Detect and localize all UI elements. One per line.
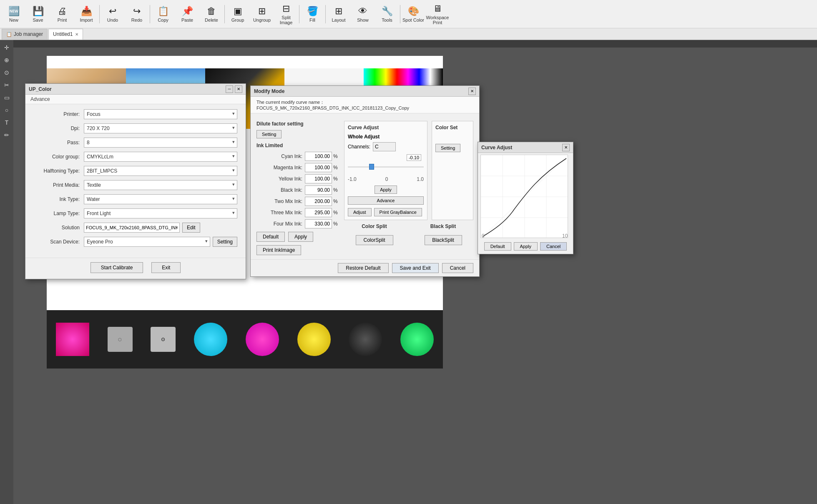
save-icon: 💾 xyxy=(33,6,44,17)
color-group-select-wrapper: CMYKLcLm xyxy=(84,152,237,162)
spot-color-button[interactable]: 🎨 Spot Color xyxy=(401,1,425,27)
redo-button[interactable]: ↪ Redo xyxy=(125,1,149,27)
delete-button[interactable]: 🗑 Delete xyxy=(199,1,224,27)
paste-button[interactable]: 📌 Paste xyxy=(175,1,199,27)
curve-cancel-button[interactable]: Cancel xyxy=(540,242,567,251)
three-mix-ink-input[interactable] xyxy=(305,208,332,217)
print-media-label: Print Media: xyxy=(34,182,80,188)
two-mix-ink-row: Two Mix Ink: % xyxy=(256,197,340,206)
modify-close[interactable]: ✕ xyxy=(468,88,476,95)
black-ink-input[interactable] xyxy=(305,186,332,195)
dpi-select[interactable]: 720 X 720 xyxy=(84,123,237,133)
start-calibrate-button[interactable]: Start Calibrate xyxy=(90,262,143,273)
workspace-icon: 🖥 xyxy=(433,3,442,14)
pass-select[interactable]: 8 xyxy=(84,138,237,148)
curve-apply-button[interactable]: Apply xyxy=(375,186,397,194)
tab-untitled1-close[interactable]: ✕ xyxy=(75,32,78,37)
two-mix-ink-input[interactable] xyxy=(305,197,332,206)
save-button[interactable]: 💾 Save xyxy=(26,1,50,27)
curve-action-buttons: Advance xyxy=(348,196,424,205)
adjust-button[interactable]: Adjust xyxy=(348,208,372,216)
show-button[interactable]: 👁 Show xyxy=(351,1,375,27)
whole-adjust-header: Whole Adjust xyxy=(348,134,424,140)
yellow-ink-input[interactable] xyxy=(305,174,332,183)
advance-button[interactable]: Advance xyxy=(348,196,424,205)
scan-device-setting-button[interactable]: Setting xyxy=(213,237,237,247)
group-icon: ▣ xyxy=(234,6,242,17)
color-group-label: Color group: xyxy=(34,154,80,160)
color-set-setting-button[interactable]: Setting xyxy=(435,144,460,152)
modify-titlebar[interactable]: Modify Mode ✕ xyxy=(251,86,479,97)
import-button[interactable]: 📥 Import xyxy=(74,1,98,27)
scan-device-select[interactable]: Eyeone Pro xyxy=(84,237,210,247)
magenta-ink-input[interactable] xyxy=(305,163,332,172)
curve-adjust-titlebar[interactable]: Curve Adjust ✕ xyxy=(478,142,573,153)
tab-untitled1[interactable]: Untitled1 ✕ xyxy=(48,29,83,40)
halftoning-select-wrapper: 2BIT_LMPCS xyxy=(84,166,237,176)
lamp-type-select-wrapper: Front Light xyxy=(84,208,237,218)
modify-cancel-button[interactable]: Cancel xyxy=(442,263,473,273)
slider-thumb[interactable] xyxy=(369,164,374,170)
ink-apply-button[interactable]: Apply xyxy=(288,232,313,242)
print-inkimage-button[interactable]: Print InkImage xyxy=(256,245,301,255)
copy-button[interactable]: 📋 Copy xyxy=(151,1,175,27)
tool-ellipse[interactable]: ○ xyxy=(1,104,13,116)
layout-button[interactable]: ⊞ Layout xyxy=(327,1,351,27)
tools-button[interactable]: 🔧 Tools xyxy=(375,1,399,27)
cyan-ink-row: Cyan Ink: % xyxy=(256,152,340,161)
printer-select[interactable]: Focus xyxy=(84,109,237,119)
save-and-exit-button[interactable]: Save and Exit xyxy=(392,263,439,273)
color-split-col: Color Split ColorSplit xyxy=(344,223,405,245)
tool-select[interactable]: ✛ xyxy=(1,42,13,53)
tool-rect[interactable]: ▭ xyxy=(1,92,13,103)
magenta-ink-row: Magenta Ink: % xyxy=(256,163,340,172)
dilute-setting-button[interactable]: Setting xyxy=(256,130,282,138)
blacksplit-button[interactable]: BlackSplit xyxy=(425,235,462,245)
ungroup-button[interactable]: ⊞ Ungroup xyxy=(250,1,274,27)
workspace-button[interactable]: 🖥 Workspace Print xyxy=(425,1,450,27)
print-button[interactable]: 🖨 Print xyxy=(50,1,74,27)
curve-adjust-close[interactable]: ✕ xyxy=(562,144,570,151)
spot-color-icon: 🎨 xyxy=(408,6,419,17)
lamp-type-select[interactable]: Front Light xyxy=(84,208,237,218)
restore-default-button[interactable]: Restore Default xyxy=(338,263,388,273)
new-button[interactable]: 🆕 New xyxy=(2,1,26,27)
ink-default-button[interactable]: Default xyxy=(256,232,285,242)
upcolor-close[interactable]: ✕ xyxy=(235,85,242,93)
upcolor-controls: ─ ✕ xyxy=(226,85,242,93)
upcolor-titlebar[interactable]: UP_Color ─ ✕ xyxy=(25,84,246,95)
cyan-ink-input[interactable] xyxy=(305,152,332,161)
colorsplit-button[interactable]: ColorSplit xyxy=(356,235,393,245)
tab-job-manager[interactable]: 📋 Job manager xyxy=(2,29,48,40)
print-gray-button[interactable]: Print GrayBalance xyxy=(374,208,422,216)
exit-button[interactable]: Exit xyxy=(151,262,181,273)
halftoning-select[interactable]: 2BIT_LMPCS xyxy=(84,166,237,176)
axis-label-0: 0 xyxy=(482,233,485,238)
curve-apply-footer-button[interactable]: Apply xyxy=(514,242,538,251)
slider-value-box: -0.10 xyxy=(407,154,421,161)
channels-select[interactable]: C xyxy=(373,142,396,151)
four-mix-ink-input[interactable] xyxy=(305,219,332,228)
swatch-green xyxy=(400,323,434,356)
tool-zoom[interactable]: ⊕ xyxy=(1,54,13,66)
ink-type-select[interactable]: Water xyxy=(84,194,237,204)
tool-pan[interactable]: ⊙ xyxy=(1,67,13,78)
upcolor-minimize[interactable]: ─ xyxy=(226,85,233,93)
solution-select[interactable]: FOCUS_9_MK_720x2160_8PASS_DTG_INK_ICC_2 xyxy=(84,223,180,233)
group-button[interactable]: ▣ Group xyxy=(226,1,250,27)
undo-button[interactable]: ↩ Undo xyxy=(101,1,125,27)
dpi-row: Dpi: 720 X 720 xyxy=(34,123,237,133)
ink-buttons: Default Apply xyxy=(256,232,340,242)
new-label: New xyxy=(9,18,18,23)
edit-button[interactable]: Edit xyxy=(182,223,200,233)
tool-crop[interactable]: ✂ xyxy=(1,79,13,91)
color-group-select[interactable]: CMYKLcLm xyxy=(84,152,237,162)
split-image-button[interactable]: ⊟ Split Image xyxy=(274,1,298,27)
tool-text[interactable]: T xyxy=(1,117,13,128)
curve-default-button[interactable]: Default xyxy=(484,242,511,251)
curve-name: The current modify curve name：FOCUS_9_MK… xyxy=(251,97,479,113)
modify-controls: ✕ xyxy=(468,88,476,95)
print-media-select[interactable]: Textile xyxy=(84,180,237,190)
fill-button[interactable]: 🪣 Fill xyxy=(300,1,324,27)
tool-pen[interactable]: ✏ xyxy=(1,129,13,141)
